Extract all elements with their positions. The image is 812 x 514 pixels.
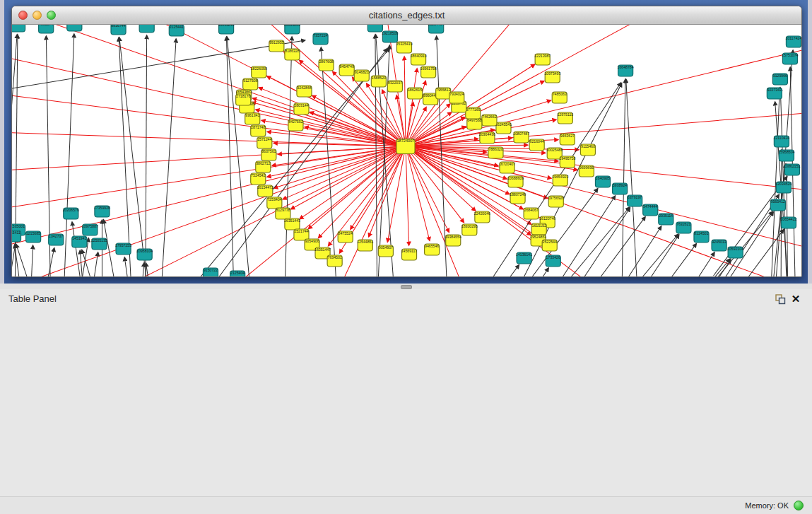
graph-node-label: 9115460	[581, 144, 595, 148]
graph-edge[interactable]	[119, 37, 133, 276]
status-bar: Memory: OK	[0, 496, 812, 514]
graph-node-label: 17957255	[115, 243, 131, 247]
graph-node[interactable]	[67, 25, 82, 31]
graph-node-label: 7634501	[328, 255, 342, 259]
graph-node-label: 9054907	[379, 245, 393, 250]
graph-edge[interactable]	[139, 263, 144, 276]
graph-node-label: 19495758	[559, 156, 575, 160]
graph-node-label: 18724007	[396, 139, 414, 144]
graph-node-label: 10688609	[507, 176, 524, 180]
graph-edge[interactable]	[665, 259, 731, 276]
graph-node-label: 10973493	[544, 71, 560, 76]
graph-node-label: 2125404	[230, 271, 245, 275]
graph-node-label: 8912955	[269, 40, 283, 45]
zoom-window-button[interactable]	[47, 11, 56, 20]
memory-status-label: Memory: OK	[745, 501, 789, 510]
graph-node-label: 12213987	[534, 54, 551, 58]
graph-edge[interactable]	[300, 146, 406, 219]
network-window-titlebar[interactable]: citations_edges.txt	[12, 6, 801, 25]
graph-edge[interactable]	[781, 150, 782, 276]
graph-node-label: 12034524	[775, 182, 792, 186]
minimize-window-button[interactable]	[33, 11, 42, 20]
graph-edge[interactable]	[36, 248, 54, 276]
graph-edge[interactable]	[647, 259, 730, 276]
graph-node-label: 3915411	[12, 230, 20, 235]
graph-edge[interactable]	[613, 235, 679, 276]
graph-edge[interactable]	[404, 57, 406, 146]
graph-edge[interactable]	[12, 146, 406, 173]
float-icon	[775, 293, 786, 305]
split-divider[interactable]	[0, 284, 812, 289]
graph-edge[interactable]	[146, 263, 156, 276]
graph-node-label: 10592104	[727, 247, 743, 251]
graph-node-label: 10025488	[546, 148, 563, 152]
graph-node-label: 20364436	[479, 132, 495, 136]
graph-edge[interactable]	[82, 250, 105, 276]
graph-edge[interactable]	[12, 46, 406, 146]
table-panel-title: Table Panel	[8, 293, 57, 304]
graph-edge[interactable]	[626, 79, 640, 276]
graph-edge[interactable]	[382, 90, 406, 146]
graph-node-label: 1733426	[546, 255, 560, 259]
graph-node-label: 16961758	[420, 66, 437, 71]
graph-node-label: 7955812	[436, 88, 450, 92]
memory-ok-indicator-icon[interactable]	[794, 501, 804, 510]
graph-edge[interactable]	[15, 245, 26, 276]
graph-edge[interactable]	[30, 245, 33, 276]
graph-node-label: 7632621	[676, 222, 690, 226]
network-view-window: citations_edges.txt 12111426403557420691…	[11, 6, 802, 277]
graph-edge[interactable]	[312, 95, 406, 146]
graph-node-label: 9227343	[767, 88, 782, 92]
network-canvas[interactable]: 1211142640355742069140689167441567241521…	[12, 25, 801, 276]
graph-node-label: 8427552	[288, 119, 302, 124]
graph-node[interactable]	[12, 25, 25, 32]
graph-node-label: 9054906	[305, 239, 319, 243]
graph-edge[interactable]	[146, 35, 147, 276]
graph-node-label: 16245541	[495, 122, 512, 127]
split-handle-icon[interactable]	[401, 285, 412, 289]
graph-node-label: 9465546	[425, 244, 439, 248]
graph-node-label: 18226058	[251, 66, 267, 71]
graph-node-label: 2684067	[524, 208, 539, 212]
float-panel-button[interactable]	[772, 292, 788, 306]
table-panel: Table Panel ✕ ✔✔xf(x)citations_edges.txt…	[0, 284, 812, 514]
graph-node-label: 9242848	[297, 86, 311, 90]
graph-node-label: 3862712	[256, 161, 270, 165]
graph-node-label: 12110424	[774, 136, 790, 140]
close-window-button[interactable]	[18, 11, 28, 20]
graph-edge[interactable]	[623, 244, 696, 276]
graph-edge[interactable]	[259, 88, 406, 146]
graph-edge[interactable]	[406, 146, 801, 258]
graph-node-label: 9150722	[204, 268, 218, 272]
graph-edge[interactable]	[124, 257, 133, 276]
graph-node-label: 7886320	[488, 147, 502, 151]
graph-edge[interactable]	[406, 146, 476, 211]
graph-node-label: 1342737	[49, 234, 63, 238]
graph-node-label: 21254404	[428, 25, 445, 26]
graph-node-label: 1862615	[408, 88, 422, 92]
graph-edge[interactable]	[715, 194, 779, 276]
graph-edge[interactable]	[159, 39, 176, 276]
graph-edge[interactable]	[253, 98, 406, 146]
graph-node-label: 2803144	[294, 103, 308, 107]
graph-node-label: 7934024	[449, 92, 464, 96]
graph-node[interactable]	[139, 25, 154, 33]
graph-node-label: 2521744	[294, 229, 308, 233]
graph-edge[interactable]	[16, 244, 45, 276]
graph-node-label: 16120746	[539, 216, 555, 221]
graph-edge[interactable]	[351, 146, 406, 229]
graph-node-label: 16720407	[499, 162, 515, 166]
close-panel-button[interactable]: ✕	[788, 292, 804, 306]
graph-edge[interactable]	[406, 146, 409, 245]
graph-node-label: 2522544	[543, 240, 557, 244]
graph-edge[interactable]	[406, 146, 464, 223]
graph-node[interactable]	[367, 25, 382, 32]
graph-edge[interactable]	[406, 25, 707, 146]
graph-edge[interactable]	[12, 146, 406, 216]
graph-node-label: 7462662	[482, 115, 496, 119]
graph-edge[interactable]	[406, 146, 449, 232]
graph-node-label: 8475524	[339, 231, 353, 235]
graph-edge[interactable]	[182, 146, 406, 276]
graph-node-label: 10975887	[82, 224, 98, 228]
graph-edge[interactable]	[89, 252, 98, 276]
